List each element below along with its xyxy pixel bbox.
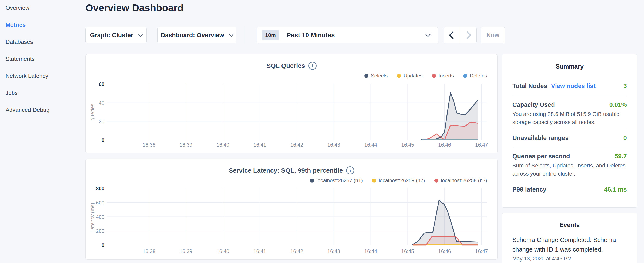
legend-dot-icon [434, 178, 438, 183]
events-panel: Events Schema Change Completed: Schema c… [502, 213, 637, 263]
x-tick-label: 16:46 [438, 248, 451, 254]
x-tick-label: 16:45 [401, 142, 414, 148]
event-item[interactable]: Schema Change Completed: Schema change w… [502, 235, 637, 262]
chevron-down-icon [229, 32, 234, 37]
dashboard-dropdown[interactable]: Dashboard: Overview [157, 27, 236, 43]
x-tick-label: 16:42 [290, 142, 303, 148]
legend-item[interactable]: Updates [397, 73, 422, 79]
x-tick-label: 16:43 [328, 142, 340, 148]
sidebar-item-overview[interactable]: Overview [0, 4, 85, 12]
time-pager [444, 27, 477, 43]
legend-label: localhost:26258 (n3) [441, 177, 487, 183]
summary-row-description: You are using 28.6 MiB of 515.9 GiB usab… [512, 110, 627, 126]
summary-row-value: 0 [624, 134, 627, 141]
x-tick-label: 16:46 [438, 142, 451, 148]
legend-dot-icon [397, 74, 401, 78]
sidebar-item-databases[interactable]: Databases [0, 38, 85, 46]
summary-row-label: Total Nodes [512, 83, 547, 90]
x-tick-label: 16:44 [364, 142, 377, 148]
time-now-button[interactable]: Now [480, 27, 505, 43]
summary-row-total-nodes: Total Nodes View nodes list 3 [512, 71, 627, 96]
sidebar-item-jobs[interactable]: Jobs [0, 89, 85, 97]
summary-panel: Summary Total Nodes View nodes list 3 Ca… [502, 54, 637, 208]
y-tick-label: 40 [99, 100, 104, 106]
y-axis-label: latency (ms) [90, 203, 95, 231]
summary-row-value: 46.1 ms [604, 186, 627, 193]
y-tick-label: 0 [102, 242, 104, 248]
dashboard-label: Dashboard: Overview [161, 32, 224, 39]
event-timestamp: May 13, 2020 at 4:45 PM [512, 255, 627, 262]
legend-item[interactable]: Deletes [463, 73, 487, 79]
controls-bar: Graph: Cluster Dashboard: Overview 10m P… [86, 27, 505, 43]
legend-label: localhost:26259 (n2) [379, 177, 425, 183]
main-content: Overview Dashboard Graph: Cluster Dashbo… [86, 0, 498, 263]
summary-row-description: Sum of Selects, Updates, Inserts, and De… [512, 161, 627, 178]
time-prev-button[interactable] [444, 27, 460, 43]
sidebar: Overview Metrics Databases Statements Ne… [0, 0, 85, 263]
time-window-dropdown[interactable]: 10m Past 10 Minutes [256, 27, 438, 43]
y-tick-label: 0 [102, 137, 104, 143]
view-nodes-link[interactable]: View nodes list [551, 83, 596, 90]
chart-legend: localhost:26257 (n1)localhost:26259 (n2)… [310, 177, 487, 183]
y-axis-label: queries [90, 104, 95, 120]
legend-label: Selects [371, 73, 388, 79]
y-tick-label: 200 [96, 228, 104, 234]
legend-item[interactable]: localhost:26257 (n1) [310, 177, 363, 183]
sidebar-item-network-latency[interactable]: Network Latency [0, 72, 85, 80]
y-tick-label: 800 [96, 185, 104, 191]
legend-dot-icon [432, 74, 436, 78]
sql-queries-chart-card: SQL Queries i SelectsUpdatesInsertsDelet… [86, 54, 498, 153]
summary-row-value: 3 [624, 83, 627, 90]
legend-label: Inserts [438, 73, 454, 79]
graph-scope-dropdown[interactable]: Graph: Cluster [86, 27, 147, 43]
legend-dot-icon [310, 178, 314, 183]
app-root: Overview Metrics Databases Statements Ne… [0, 0, 644, 263]
summary-row-p99-latency: P99 latency 46.1 ms [512, 180, 627, 198]
controls-divider [245, 27, 245, 43]
legend-item[interactable]: localhost:26258 (n3) [434, 177, 487, 183]
sidebar-item-advanced-debug[interactable]: Advanced Debug [0, 106, 85, 114]
summary-row-unavailable-ranges: Unavailable ranges 0 [512, 129, 627, 147]
graph-scope-label: Graph: Cluster [90, 32, 133, 39]
sidebar-item-metrics[interactable]: Metrics [0, 21, 85, 29]
legend-label: localhost:26257 (n1) [316, 177, 363, 183]
x-tick-label: 16:39 [180, 248, 192, 254]
x-tick-label: 16:38 [143, 142, 156, 148]
time-next-button[interactable] [460, 27, 477, 43]
service-latency-chart-card: Service Latency: SQL, 99th percentile i … [86, 159, 498, 259]
summary-row-value: 0.01% [609, 101, 627, 108]
x-tick-label: 16:45 [401, 248, 414, 254]
y-tick-label: 60 [99, 81, 104, 87]
chart-title: Service Latency: SQL, 99th percentile [229, 167, 343, 174]
summary-row-label: Queries per second [512, 153, 570, 160]
chart-title: SQL Queries [266, 62, 305, 69]
y-tick-label: 600 [96, 200, 104, 205]
legend-dot-icon [364, 74, 368, 78]
x-tick-label: 16:43 [328, 248, 340, 254]
x-tick-label: 16:40 [216, 142, 229, 148]
legend-label: Updates [404, 73, 422, 79]
event-message: Schema Change Completed: Schema change w… [512, 235, 627, 254]
summary-row-label: Capacity Used [512, 101, 555, 108]
time-window-badge: 10m [262, 30, 279, 40]
legend-dot-icon [463, 74, 467, 78]
x-tick-label: 16:44 [364, 248, 377, 254]
time-window-label: Past 10 Minutes [286, 32, 335, 39]
x-tick-label: 16:40 [216, 248, 229, 254]
summary-rows: Total Nodes View nodes list 3 Capacity U… [502, 71, 637, 198]
x-tick-label: 16:38 [143, 248, 156, 254]
chevron-down-icon [425, 32, 430, 37]
chevron-left-icon [449, 31, 456, 39]
x-tick-label: 16:41 [254, 248, 266, 254]
info-icon[interactable]: i [308, 62, 316, 70]
info-icon[interactable]: i [346, 166, 354, 174]
x-tick-label: 16:47 [475, 142, 488, 148]
legend-item[interactable]: localhost:26259 (n2) [372, 177, 425, 183]
sidebar-item-statements[interactable]: Statements [0, 55, 85, 63]
x-tick-label: 16:47 [475, 248, 488, 254]
x-tick-label: 16:41 [254, 142, 266, 148]
legend-item[interactable]: Selects [364, 73, 388, 79]
chevron-down-icon [138, 32, 143, 37]
legend-item[interactable]: Inserts [432, 73, 454, 79]
y-tick-label: 20 [99, 119, 104, 124]
